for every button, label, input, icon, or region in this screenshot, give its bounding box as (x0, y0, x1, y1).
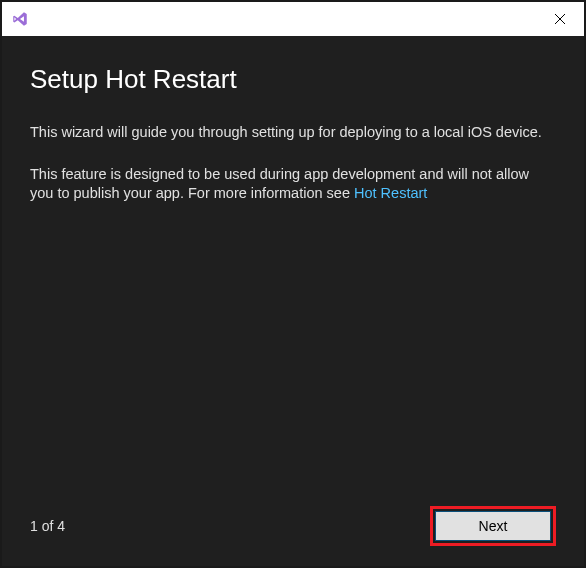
intro-text-1: This wizard will guide you through setti… (30, 123, 556, 143)
step-indicator: 1 of 4 (30, 518, 65, 534)
titlebar (2, 2, 584, 36)
dialog-window: Setup Hot Restart This wizard will guide… (0, 0, 586, 568)
intro-text-2: This feature is designed to be used duri… (30, 165, 556, 204)
hot-restart-link[interactable]: Hot Restart (354, 185, 427, 201)
page-title: Setup Hot Restart (30, 64, 556, 95)
close-button[interactable] (540, 4, 580, 34)
dialog-content: Setup Hot Restart This wizard will guide… (2, 36, 584, 566)
intro-text-2-pre: This feature is designed to be used duri… (30, 166, 529, 202)
visual-studio-icon (10, 9, 30, 29)
next-button[interactable]: Next (435, 511, 551, 541)
close-icon (555, 10, 565, 28)
next-button-highlight: Next (430, 506, 556, 546)
dialog-footer: 1 of 4 Next (30, 506, 556, 546)
